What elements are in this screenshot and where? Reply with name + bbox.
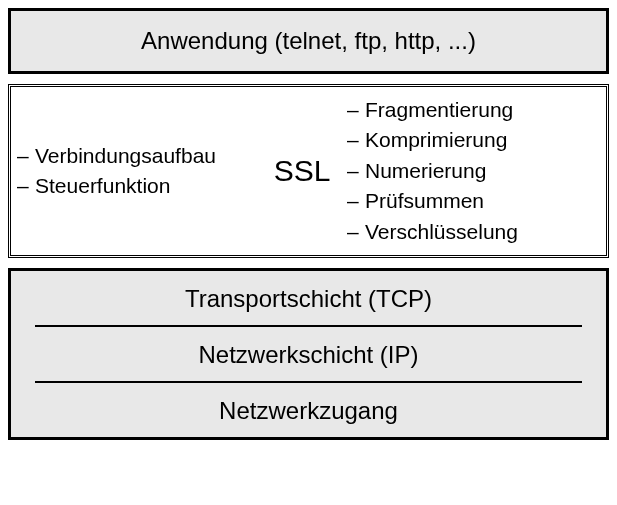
ssl-right-item-label: Prüfsummen: [365, 186, 484, 216]
dash-icon: –: [17, 141, 35, 171]
ssl-right-item-label: Verschlüsselung: [365, 217, 518, 247]
list-item: – Verbindungsaufbau: [17, 141, 257, 171]
list-item: – Prüfsummen: [347, 186, 600, 216]
dash-icon: –: [17, 171, 35, 201]
list-item: – Numerierung: [347, 156, 600, 186]
dash-icon: –: [347, 217, 365, 247]
application-layer-title: Anwendung (telnet, ftp, http, ...): [141, 27, 476, 54]
ssl-left-column: – Verbindungsaufbau – Steuerfunktion: [17, 141, 257, 202]
transport-layer-label: Transportschicht (TCP): [185, 285, 432, 312]
ssl-right-item-label: Numerierung: [365, 156, 486, 186]
dash-icon: –: [347, 186, 365, 216]
ssl-center-label: SSL: [257, 154, 347, 188]
dash-icon: –: [347, 95, 365, 125]
ssl-right-column: – Fragmentierung – Komprimierung – Numer…: [347, 95, 600, 247]
network-access-layer: Netzwerkzugang: [11, 383, 606, 437]
ssl-layer: – Verbindungsaufbau – Steuerfunktion SSL…: [8, 84, 609, 258]
network-layer-label: Netzwerkschicht (IP): [198, 341, 418, 368]
ssl-right-item-label: Fragmentierung: [365, 95, 513, 125]
transport-layer: Transportschicht (TCP): [11, 271, 606, 325]
dash-icon: –: [347, 125, 365, 155]
application-layer: Anwendung (telnet, ftp, http, ...): [8, 8, 609, 74]
network-access-label: Netzwerkzugang: [219, 397, 398, 424]
list-item: – Fragmentierung: [347, 95, 600, 125]
list-item: – Komprimierung: [347, 125, 600, 155]
ssl-right-item-label: Komprimierung: [365, 125, 507, 155]
list-item: – Verschlüsselung: [347, 217, 600, 247]
ssl-left-item-label: Verbindungsaufbau: [35, 141, 216, 171]
ssl-left-item-label: Steuerfunktion: [35, 171, 170, 201]
dash-icon: –: [347, 156, 365, 186]
lower-layers: Transportschicht (TCP) Netzwerkschicht (…: [8, 268, 609, 440]
list-item: – Steuerfunktion: [17, 171, 257, 201]
network-layer: Netzwerkschicht (IP): [11, 327, 606, 381]
